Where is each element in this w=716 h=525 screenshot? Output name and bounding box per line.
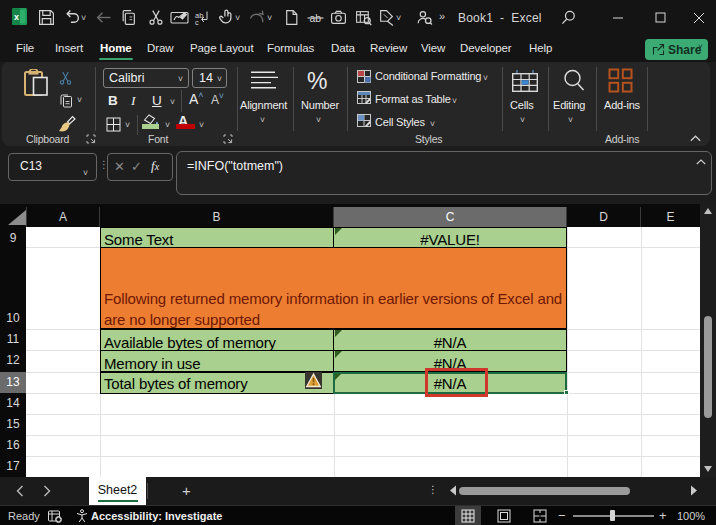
svg-text:c: c (195, 18, 199, 26)
svg-text:x: x (14, 12, 19, 22)
